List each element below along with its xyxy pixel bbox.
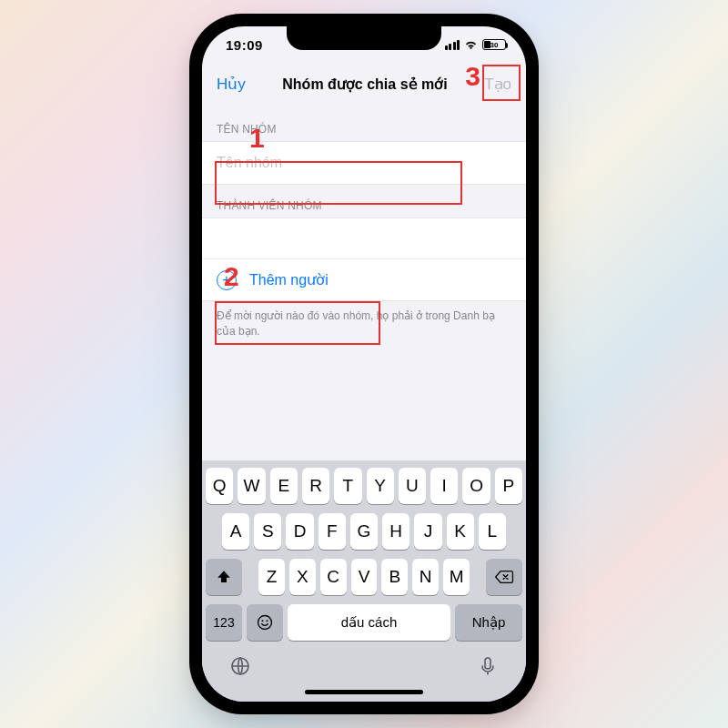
members-empty-row [202, 217, 526, 259]
key-w[interactable]: W [238, 468, 265, 504]
create-button[interactable]: Tạo [484, 75, 511, 94]
battery-percent: 30 [490, 41, 499, 49]
cancel-button[interactable]: Hủy [217, 75, 246, 94]
key-x[interactable]: X [289, 559, 316, 595]
add-people-label: Thêm người [249, 271, 329, 288]
key-d[interactable]: D [286, 513, 313, 550]
key-p[interactable]: P [495, 468, 522, 504]
key-j[interactable]: J [414, 513, 441, 550]
svg-point-2 [267, 620, 268, 622]
group-name-input[interactable] [217, 142, 511, 184]
add-people-button[interactable]: + Thêm người [202, 259, 526, 301]
key-a[interactable]: A [222, 513, 249, 550]
wifi-icon [464, 40, 478, 50]
battery-icon: 30 [482, 39, 506, 50]
svg-rect-4 [485, 658, 490, 669]
svg-point-1 [262, 620, 264, 622]
key-q[interactable]: Q [206, 468, 233, 504]
emoji-key[interactable] [247, 604, 283, 641]
keyboard-bottom-bar [206, 650, 522, 684]
key-z[interactable]: Z [258, 559, 285, 595]
content-area: TÊN NHÓM THÀNH VIÊN NHÓM + Thêm người Để… [202, 105, 526, 702]
ios-keyboard: QWERTYUIOP ASDFGHJKL ZXCVBNM 123 [202, 460, 526, 702]
key-i[interactable]: I [430, 468, 458, 504]
cellular-icon [445, 40, 460, 50]
key-t[interactable]: T [334, 468, 361, 504]
members-hint: Để mời người nào đó vào nhóm, họ phải ở … [202, 301, 526, 339]
members-section: THÀNH VIÊN NHÓM + Thêm người Để mời ngườ… [202, 188, 526, 339]
group-name-row [202, 141, 526, 185]
status-right-cluster: 30 [445, 39, 507, 50]
backspace-key[interactable] [486, 559, 522, 595]
space-key[interactable]: dấu cách [288, 604, 450, 641]
status-time: 19:09 [226, 37, 263, 53]
key-u[interactable]: U [399, 468, 426, 504]
phone-frame: 19:09 30 Hủy Nhóm được chia sẻ mới Tạo T… [189, 14, 539, 714]
key-n[interactable]: N [412, 559, 439, 595]
key-f[interactable]: F [318, 513, 346, 550]
home-indicator [305, 690, 423, 694]
numbers-key[interactable]: 123 [206, 604, 242, 641]
key-k[interactable]: K [447, 513, 474, 550]
mic-icon[interactable] [477, 655, 499, 682]
key-h[interactable]: H [382, 513, 410, 550]
globe-icon[interactable] [229, 655, 251, 682]
notch [287, 26, 441, 50]
members-section-label: THÀNH VIÊN NHÓM [202, 188, 526, 217]
svg-point-0 [258, 616, 272, 630]
key-g[interactable]: G [350, 513, 378, 550]
shift-key[interactable] [206, 559, 242, 595]
key-l[interactable]: L [479, 513, 506, 550]
key-b[interactable]: B [381, 559, 408, 595]
return-key[interactable]: Nhập [455, 604, 522, 641]
key-m[interactable]: M [443, 559, 470, 595]
key-r[interactable]: R [302, 468, 329, 504]
key-o[interactable]: O [462, 468, 490, 504]
key-e[interactable]: E [270, 468, 298, 504]
group-name-section-label: TÊN NHÓM [202, 112, 526, 141]
key-c[interactable]: C [320, 559, 347, 595]
key-y[interactable]: Y [367, 468, 394, 504]
key-v[interactable]: V [351, 559, 378, 595]
page-title: Nhóm được chia sẻ mới [282, 76, 447, 93]
phone-screen: 19:09 30 Hủy Nhóm được chia sẻ mới Tạo T… [202, 26, 526, 702]
nav-bar: Hủy Nhóm được chia sẻ mới Tạo [202, 63, 526, 105]
key-s[interactable]: S [254, 513, 281, 550]
plus-icon: + [217, 270, 237, 290]
